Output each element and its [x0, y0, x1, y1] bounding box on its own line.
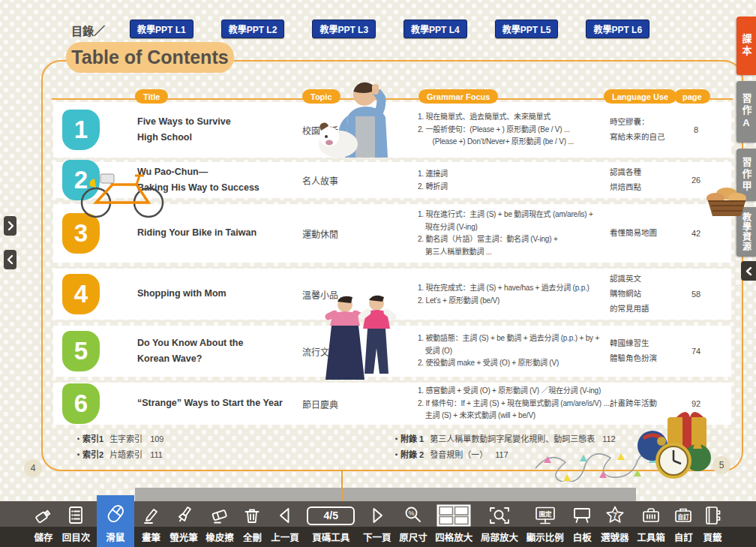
- prev-page-edge-button[interactable]: [4, 250, 16, 269]
- ppt-l2-button[interactable]: 教學PPT L2: [221, 20, 285, 38]
- appendix-label: ・附錄 1: [392, 434, 424, 443]
- unit-language-use: 計畫跨年活動: [610, 396, 680, 411]
- unit-language-use: 時空膠囊： 寫給未來的自己: [610, 115, 680, 145]
- unit-number-badge: 3: [62, 213, 100, 254]
- index-entry-2[interactable]: ・索引2片語索引111: [74, 448, 163, 460]
- unit-grammar-focus: 1. 連接詞 2. 轉折詞: [418, 168, 622, 193]
- index-entry-1[interactable]: ・索引1生字索引109: [74, 432, 164, 444]
- column-header-page: page: [674, 89, 710, 104]
- unit-grammar-focus: 1. 感官動詞 + 受詞 (O) + 原形動詞 (V) ／現在分詞 (V-ing…: [418, 385, 622, 422]
- number-picker-button[interactable]: 7 選號器: [599, 501, 631, 547]
- next-page-button[interactable]: 下一頁: [362, 501, 393, 547]
- ppt-l6-button[interactable]: 教學PPT L6: [586, 20, 650, 38]
- eraser-icon: [209, 504, 230, 527]
- expand-left-panel-button[interactable]: [4, 216, 16, 236]
- unit-grammar-focus: 1. 現在完成式：主詞 (S) + have/has + 過去分詞 (p.p.)…: [418, 282, 622, 307]
- unit-topic: 節日慶典: [302, 398, 371, 410]
- whiteboard-icon: [572, 504, 592, 527]
- table-row-unit6[interactable]: 6 “Strange” Ways to Start the Year 節日慶典 …: [53, 383, 731, 425]
- ppt-l1-button[interactable]: 教學PPT L1: [130, 20, 194, 38]
- page-title: Table of Contents: [66, 42, 234, 73]
- unit-language-use: 看懂簡易地圖: [610, 226, 680, 241]
- original-size-button[interactable]: % 原尺寸: [398, 501, 429, 547]
- column-header-title: Title: [135, 89, 168, 104]
- delete-all-button[interactable]: 全刪: [240, 501, 264, 547]
- unit-number-badge: 4: [62, 274, 100, 314]
- table-row-unit5[interactable]: 5 Do You Know About the Korean Wave? 流行文…: [53, 326, 731, 377]
- highlighter-tool-button[interactable]: 螢光筆: [168, 501, 200, 547]
- toolbox-button[interactable]: 工具箱: [635, 501, 667, 547]
- toc-list-icon: [65, 504, 86, 527]
- page-tabs-button[interactable]: 頁籤: [700, 501, 724, 547]
- tab-workbook-a[interactable]: 習作A: [736, 81, 756, 143]
- save-button[interactable]: 儲存: [32, 501, 56, 547]
- unit-number-badge: 1: [62, 110, 100, 150]
- ppt-l5-button[interactable]: 教學PPT L5: [495, 20, 559, 38]
- toc-corner-label: 目錄／: [71, 23, 105, 38]
- pen-icon: [140, 504, 161, 527]
- toolbox-icon: [640, 504, 662, 527]
- unit-topic: 校園生活: [302, 124, 371, 137]
- next-page-icon: [368, 504, 387, 527]
- tab-textbook[interactable]: 課本: [736, 17, 756, 75]
- mouse-tool-button[interactable]: 滑鼠: [97, 495, 134, 547]
- book-spine-line: [341, 470, 343, 501]
- bottom-toolbar: 儲存 回目次 滑鼠: [0, 501, 756, 547]
- unit-title: Riding Your Bike in Taiwan: [137, 225, 291, 241]
- partial-zoom-button[interactable]: 局部放大: [479, 501, 520, 547]
- appendix-text: 第三人稱單數動詞字尾變化規則、動詞三態表: [430, 434, 595, 443]
- unit-title: Five Ways to Survive High School: [137, 114, 291, 146]
- unit-grammar-focus: 1. 現在簡單式、過去簡單式、未來簡單式 2. 一般祈使句：(Please + …: [418, 111, 622, 149]
- back-to-toc-button[interactable]: 回目次: [61, 501, 92, 547]
- table-row-unit3[interactable]: 3 Riding Your Bike in Taiwan 運動休閒 1. 現在進…: [53, 204, 731, 263]
- eraser-tool-button[interactable]: 橡皮擦: [204, 501, 236, 547]
- trash-icon: [242, 504, 262, 527]
- display-ratio-icon: 固定: [534, 504, 556, 527]
- table-row-unit1[interactable]: 1 Five Ways to Survive High School 校園生活 …: [53, 102, 731, 158]
- unit-page-number: 8: [682, 125, 710, 134]
- right-page-number: 5: [712, 456, 730, 474]
- appendix-label: ・附錄 2: [392, 450, 424, 459]
- left-page-number: 4: [24, 459, 42, 477]
- column-header-language-use: Language Use: [604, 89, 676, 104]
- tab-workbook-jia[interactable]: 習作甲: [736, 149, 756, 201]
- table-row-unit2[interactable]: 2 Wu Pao-Chun— Baking His Way to Success…: [53, 162, 731, 198]
- ppt-l4-button[interactable]: 教學PPT L4: [404, 20, 467, 38]
- appendix-entry-1[interactable]: ・附錄 1第三人稱單數動詞字尾變化規則、動詞三態表112: [392, 432, 616, 444]
- svg-text:7: 7: [613, 512, 617, 520]
- index-text: 片語索引: [110, 450, 142, 459]
- four-grid-icon: [436, 504, 471, 527]
- unit-grammar-focus: 1. 被動語態：主詞 (S) + be 動詞 + 過去分詞 (p.p.) + b…: [418, 332, 622, 370]
- page-indicator[interactable]: 4/5: [307, 506, 355, 525]
- custom-toolbox-icon: 自訂: [673, 504, 694, 527]
- column-header-topic: Topic: [302, 89, 340, 104]
- pen-tool-button[interactable]: 畫筆: [139, 501, 163, 547]
- usb-icon: [33, 504, 54, 527]
- ppt-l3-button[interactable]: 教學PPT L3: [312, 20, 376, 38]
- custom-toolbox-button[interactable]: 自訂 自訂: [671, 501, 695, 547]
- collapse-tabs-button[interactable]: [741, 261, 756, 281]
- prev-page-icon: [275, 504, 295, 527]
- whiteboard-button[interactable]: 白板: [570, 501, 594, 547]
- page-bottom-shadow: [135, 488, 636, 501]
- unit-page-number: 42: [682, 229, 710, 238]
- partial-zoom-icon: [488, 504, 511, 527]
- unit-language-use: 韓國練習生 體驗角色扮演: [610, 336, 680, 366]
- svg-text:固定: 固定: [538, 510, 552, 518]
- column-header-grammar: Grammar Focus: [418, 89, 498, 104]
- four-grid-zoom-button[interactable]: 四格放大: [434, 501, 474, 547]
- appendix-entry-2[interactable]: ・附錄 2發音規則（一）117: [392, 448, 508, 460]
- unit-page-number: 58: [682, 290, 710, 299]
- index-text: 生字索引: [110, 434, 142, 443]
- display-ratio-button[interactable]: 固定 顯示比例: [525, 501, 566, 547]
- unit-title: Do You Know About the Korean Wave?: [137, 335, 291, 368]
- tab-teaching-resources[interactable]: 教學資源: [736, 207, 756, 257]
- unit-number-badge: 5: [62, 331, 100, 371]
- index-label: ・索引1: [74, 434, 104, 443]
- unit-page-number: 26: [682, 176, 710, 185]
- prev-page-button[interactable]: 上一頁: [269, 501, 301, 547]
- svg-text:自訂: 自訂: [678, 513, 689, 521]
- page-number-tool[interactable]: 4/5 頁碼工具: [305, 501, 356, 547]
- ebook-reader: 目錄／ 教學PPT L1 教學PPT L2 教學PPT L3 教學PPT L4 …: [0, 0, 756, 547]
- table-row-unit4[interactable]: 4 Shopping with Mom 溫馨小品 1. 現在完成式：主詞 (S)…: [53, 269, 731, 320]
